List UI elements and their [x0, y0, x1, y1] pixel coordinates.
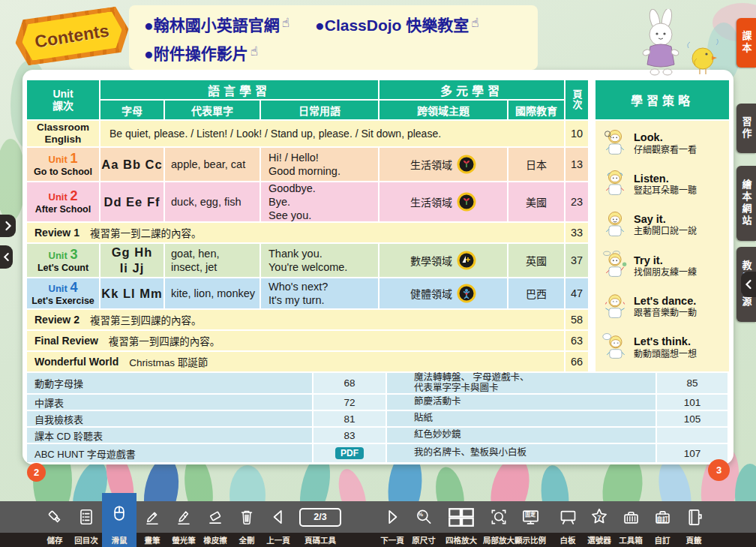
link-attachment-videos[interactable]: ●附件操作影片 ☝ [144, 41, 258, 64]
bottom-toolbar: 儲存 回目次 滑鼠 畫筆 [0, 501, 756, 547]
hand-pointer-icon: ☝ [282, 15, 290, 31]
chevron-right-icon [4, 221, 12, 231]
tool-mouse[interactable]: 滑鼠 [102, 493, 136, 547]
table-of-contents: Unit課次 語言學習 多元學習 頁次 字母 代表單字 日常用語 跨領域主題 國… [27, 80, 588, 371]
tool-back-to-contents[interactable]: 回目次 [70, 501, 102, 547]
appendix-item: 我的名牌卡、墊板與小白板 [387, 444, 656, 462]
tool-save[interactable]: 儲存 [39, 501, 70, 547]
collapse-right-panel-button[interactable] [741, 272, 756, 297]
pencil-icon [142, 501, 162, 533]
robot-think-icon [602, 332, 628, 362]
tool-number-picker[interactable]: 7 選號器 [584, 501, 615, 547]
learning-strategies-panel: 學習策略 Look.仔細觀察看一看 Listen.豎起耳朵聽一聽 Say it.… [596, 80, 729, 371]
page-number: 47 [566, 278, 588, 308]
tool-next-page[interactable]: 下一頁 [376, 501, 408, 547]
final-review-row: Final Review複習第一到四課的內容。 [27, 331, 564, 350]
tool-whiteboard[interactable]: 白板 [552, 501, 584, 547]
highlighter-icon [174, 501, 194, 533]
expand-left-panel-button[interactable] [0, 215, 16, 237]
unit-3-cell: Unit 3 Let's Count [27, 244, 99, 277]
tool-partial-zoom[interactable]: 局部放大 [483, 501, 514, 547]
contents-page-panel: Unit課次 語言學習 多元學習 頁次 字母 代表單字 日常用語 跨領域主題 國… [22, 70, 734, 464]
tab-label: 繪本網站 [740, 179, 754, 227]
column-header-page: 頁次 [566, 80, 588, 119]
page-number: 66 [566, 352, 588, 371]
tool-highlighter[interactable]: 螢光筆 [168, 501, 200, 547]
whiteboard-icon [558, 501, 578, 533]
tab-textbook[interactable]: 課本 [736, 18, 756, 68]
strategy-lets-dance: Let's dance.跟著音樂動一動 [602, 292, 724, 322]
tool-page-tabs[interactable]: 頁籤 [678, 501, 710, 547]
link-label: ●附件操作影片 [144, 41, 248, 64]
appendix-page: 81 [314, 411, 386, 426]
page-indicator: 2/3 [314, 512, 326, 522]
unit-2-theme: 生活領域 [380, 182, 507, 221]
appendix-item: 貼紙 [387, 411, 656, 426]
appendix-page: 72 [314, 395, 386, 410]
ebook-viewer: Contents ●翰林國小英語官網 ☝ ●ClassDojo 快樂教室 ☝ ●… [0, 0, 756, 547]
appendix-table: 動動字母操 68 魔法轉轉盤、 字母遊戲卡、 代表單字字卡與圖卡 85 中譯表 … [27, 373, 728, 462]
unit-1-phrases: Hi! / Hello! Good morning. [261, 148, 378, 181]
page-number-box: 2/3 [299, 501, 341, 533]
link-hanlin-english-website[interactable]: ●翰林國小英語官網 ☝ [144, 13, 290, 35]
tool-original-size[interactable]: % 原尺寸 [408, 501, 440, 547]
life-curriculum-badge-icon [457, 192, 476, 212]
page-number: 23 [566, 182, 588, 221]
tool-page-number[interactable]: 2/3 頁碼工具 [294, 501, 346, 547]
column-header-daily-phrases: 日常用語 [261, 101, 378, 119]
page-badge-left: 2 [27, 463, 46, 482]
chevron-left-icon [745, 279, 752, 290]
unit-3-country: 英國 [508, 244, 564, 277]
group-header-multi-learning: 多元學習 [380, 80, 564, 99]
tool-prev-page[interactable]: 上一頁 [262, 501, 294, 547]
unit-3-letters: Gg Hh Ii Jj [100, 244, 164, 277]
strategy-lets-think: Let's think.動動頭腦想一想 [602, 332, 724, 362]
briefcase-icon: 自訂 [652, 501, 673, 533]
zoom-percent-icon: % [414, 501, 434, 533]
link-label: ●翰林國小英語官網 [144, 13, 280, 35]
mouse-icon [109, 493, 130, 533]
tab-label: 課本 [740, 31, 754, 55]
strategy-say-it: Say it.主動開口說一說 [602, 210, 724, 240]
trash-icon [237, 501, 256, 533]
link-classdojo-classroom[interactable]: ●ClassDojo 快樂教室 ☝ [315, 13, 479, 35]
tab-picturebook-website[interactable]: 繪本網站 [736, 166, 756, 241]
unit-1-letters: Aa Bb Cc [100, 148, 164, 181]
robot-say-icon [602, 210, 628, 240]
tool-pen[interactable]: 畫筆 [136, 501, 168, 547]
prev-triangle-icon [268, 501, 288, 533]
tool-four-grid-zoom[interactable]: 四格放大 [440, 501, 483, 547]
tab-label: 習作 [740, 116, 754, 140]
tool-eraser[interactable]: 橡皮擦 [200, 501, 231, 547]
page-number: 58 [566, 310, 588, 329]
tool-custom[interactable]: 自訂 自訂 [646, 501, 678, 547]
robot-listen-icon [602, 169, 628, 199]
page-number: 63 [566, 331, 588, 350]
tool-toolbox[interactable]: 工具箱 [615, 501, 646, 547]
column-header-unit: Unit課次 [27, 80, 99, 119]
hand-pointer-icon: ☝ [471, 15, 478, 31]
tool-delete-all[interactable]: 全刪 [231, 501, 262, 547]
appendix-item: 動動字母操 [27, 373, 312, 393]
appendix-item: 課本 CD 聆聽表 [27, 428, 312, 443]
collapse-left-panel-button[interactable] [0, 245, 13, 269]
pdf-badge[interactable]: PDF [335, 447, 364, 459]
strategy-look: Look.仔細觀察看一看 [602, 128, 724, 158]
group-header-language-learning: 語言學習 [100, 80, 378, 99]
chevron-left-icon [3, 252, 10, 262]
appendix-page: 68 [314, 373, 386, 393]
column-header-letters: 字母 [100, 101, 164, 119]
robot-dance-icon [602, 292, 628, 322]
tab-workbook[interactable]: 習作 [736, 104, 756, 153]
appendix-item: 紅色妙妙鏡 [387, 428, 656, 443]
unit-4-letters: Kk Ll Mm [100, 278, 164, 308]
unit-1-words: apple, bear, cat [165, 148, 260, 181]
review-2-row: Review 2複習第三到四課的內容。 [27, 310, 564, 329]
unit-4-phrases: Who's next? It's my turn. [261, 278, 378, 308]
strategy-try-it: Try it.找個朋友練一練 [602, 251, 724, 281]
next-triangle-icon [382, 501, 402, 533]
mascot-characters [634, 9, 728, 81]
health-pe-badge-icon [457, 284, 476, 303]
tool-display-ratio[interactable]: 固定 顯示比例 [514, 501, 546, 547]
eraser-icon [206, 501, 225, 533]
